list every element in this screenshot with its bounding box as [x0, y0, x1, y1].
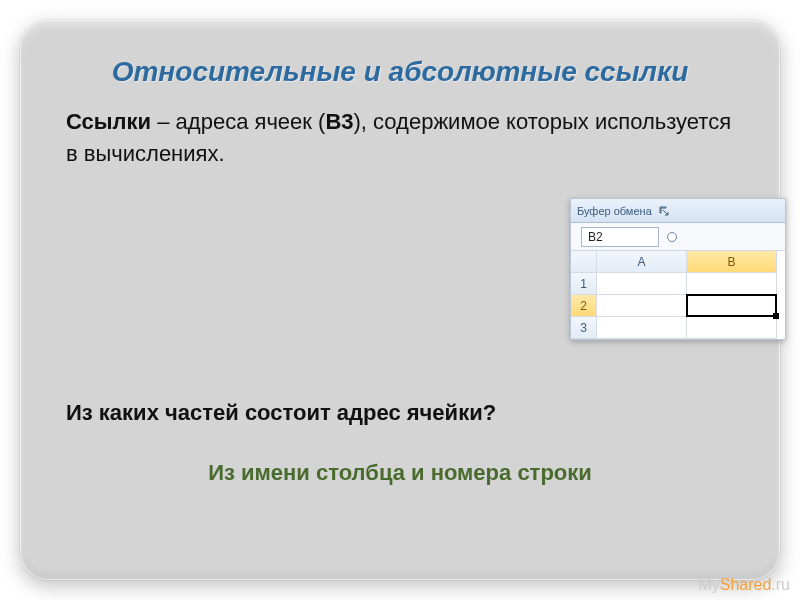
- answer-text: Из имени столбца и номера строки: [20, 460, 780, 486]
- watermark-right: Shared: [720, 576, 772, 593]
- ribbon-bar: Буфер обмена: [571, 199, 785, 223]
- slide-title: Относительные и абсолютные ссылки: [66, 56, 734, 88]
- dialog-launcher-icon[interactable]: [658, 205, 670, 217]
- watermark-left: My: [698, 576, 719, 593]
- col-header-a[interactable]: A: [597, 251, 687, 273]
- select-all-corner[interactable]: [571, 251, 597, 273]
- slide-panel: Относительные и абсолютные ссылки Ссылки…: [20, 20, 780, 580]
- excel-screenshot: Буфер обмена B2 A B 1 2 3: [570, 198, 786, 340]
- cell-ref: В3: [325, 109, 353, 134]
- watermark: MyShared.ru: [698, 576, 790, 594]
- name-box[interactable]: B2: [581, 227, 659, 247]
- name-box-dropdown-icon[interactable]: [665, 230, 679, 244]
- body-p1: – адреса ячеек (: [151, 109, 325, 134]
- cell-b2-selected[interactable]: [687, 295, 777, 317]
- ribbon-group-label: Буфер обмена: [577, 205, 652, 217]
- row-header-1[interactable]: 1: [571, 273, 597, 295]
- watermark-suffix: .ru: [771, 576, 790, 593]
- lead-word: Ссылки: [66, 109, 151, 134]
- cell-b3[interactable]: [687, 317, 777, 339]
- row-header-2[interactable]: 2: [571, 295, 597, 317]
- formula-bar: B2: [571, 223, 785, 251]
- question-text: Из каких частей состоит адрес ячейки?: [66, 400, 496, 426]
- spreadsheet-grid: A B 1 2 3: [571, 251, 785, 339]
- row-header-3[interactable]: 3: [571, 317, 597, 339]
- body-text: Ссылки – адреса ячеек (В3), содержимое к…: [66, 106, 734, 170]
- col-header-b[interactable]: B: [687, 251, 777, 273]
- cell-b1[interactable]: [687, 273, 777, 295]
- cell-a1[interactable]: [597, 273, 687, 295]
- selection-border: [686, 294, 777, 317]
- cell-a2[interactable]: [597, 295, 687, 317]
- cell-a3[interactable]: [597, 317, 687, 339]
- fill-handle-icon[interactable]: [773, 313, 779, 319]
